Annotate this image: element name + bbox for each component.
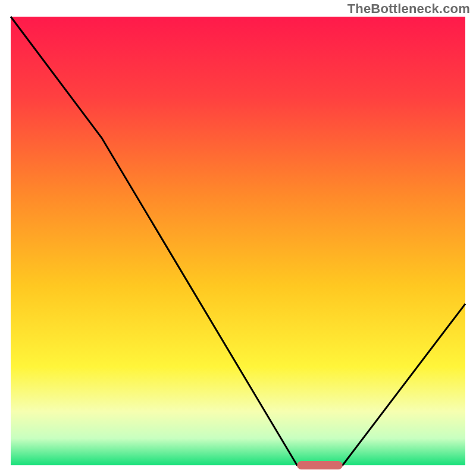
- gradient-background: [11, 17, 465, 465]
- chart-stage: TheBottleneck.com: [0, 0, 476, 476]
- optimal-range-marker: [297, 461, 342, 469]
- bottleneck-chart: [0, 0, 476, 476]
